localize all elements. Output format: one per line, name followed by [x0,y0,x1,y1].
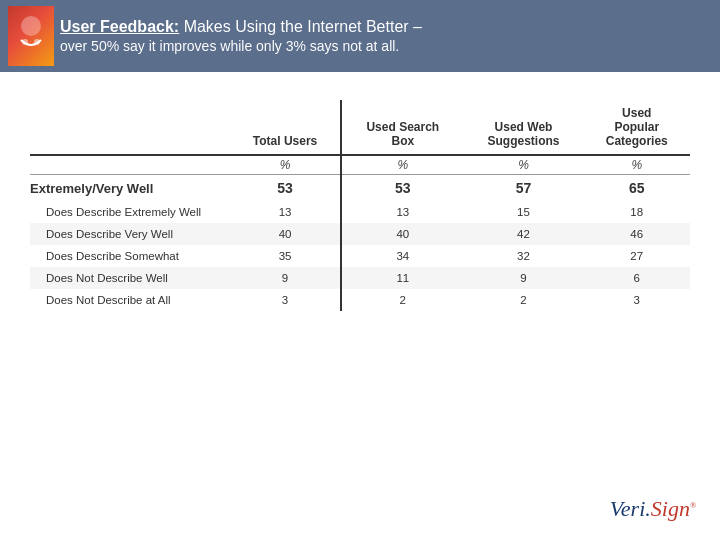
row-label-5: Does Not Describe at All [30,289,230,311]
row-label-0: Extremely/Very Well [30,175,230,202]
col-header-search-box: Used SearchBox [341,100,463,155]
percent-label-row: % % % % [30,155,690,175]
verisign-registered: ® [690,501,696,510]
table-row: Does Describe Very Well40404246 [30,223,690,245]
cell-r0-c3: 65 [584,175,690,202]
cell-r1-c2: 15 [463,201,583,223]
cell-r4-c0: 9 [230,267,341,289]
cell-r5-c2: 2 [463,289,583,311]
table-header-row: Total Users Used SearchBox Used WebSugge… [30,100,690,155]
percent-label-search: % [341,155,463,175]
row-label-2: Does Describe Very Well [30,223,230,245]
cell-r3-c3: 27 [584,245,690,267]
verisign-sign: Sign [651,496,690,521]
cell-r0-c0: 53 [230,175,341,202]
header-subtitle: over 50% say it improves while only 3% s… [60,37,422,55]
table-body: Extremely/Very Well53535765Does Describe… [30,175,690,312]
handshake-icon [13,12,49,60]
cell-r2-c2: 42 [463,223,583,245]
cell-r0-c1: 53 [341,175,463,202]
cell-r1-c1: 13 [341,201,463,223]
header-title-rest: Makes Using the Internet Better – [184,18,422,35]
cell-r4-c3: 6 [584,267,690,289]
header-bar: User Feedback: Makes Using the Internet … [0,0,720,72]
cell-r5-c0: 3 [230,289,341,311]
col-header-total-users: Total Users [230,100,341,155]
svg-point-2 [34,39,40,45]
cell-r3-c0: 35 [230,245,341,267]
percent-label-popular: % [584,155,690,175]
header-text: User Feedback: Makes Using the Internet … [60,17,422,56]
percent-label-left [30,155,230,175]
data-table: Total Users Used SearchBox Used WebSugge… [30,100,690,311]
col-header-popular-categories: UsedPopularCategories [584,100,690,155]
logo-area [8,6,54,66]
slide: User Feedback: Makes Using the Internet … [0,0,720,540]
cell-r2-c3: 46 [584,223,690,245]
row-label-3: Does Describe Somewhat [30,245,230,267]
cell-r4-c2: 9 [463,267,583,289]
col-header-label [30,100,230,155]
svg-point-0 [21,16,41,36]
svg-point-1 [22,39,28,45]
cell-r3-c2: 32 [463,245,583,267]
table-row: Extremely/Very Well53535765 [30,175,690,202]
percent-label-web: % [463,155,583,175]
table-row: Does Describe Extremely Well13131518 [30,201,690,223]
verisign-logo: Veri.Sign® [610,496,696,522]
percent-label-total: % [230,155,341,175]
cell-r4-c1: 11 [341,267,463,289]
cell-r2-c0: 40 [230,223,341,245]
verisign-veri: Veri. [610,496,651,521]
table-row: Does Not Describe Well91196 [30,267,690,289]
cell-r2-c1: 40 [341,223,463,245]
row-label-1: Does Describe Extremely Well [30,201,230,223]
table-row: Does Not Describe at All3223 [30,289,690,311]
header-title-bold: User Feedback: [60,18,179,35]
table-row: Does Describe Somewhat35343227 [30,245,690,267]
cell-r3-c1: 34 [341,245,463,267]
cell-r5-c1: 2 [341,289,463,311]
cell-r1-c3: 18 [584,201,690,223]
cell-r1-c0: 13 [230,201,341,223]
cell-r0-c2: 57 [463,175,583,202]
col-header-web-suggestions: Used WebSuggestions [463,100,583,155]
main-content: Total Users Used SearchBox Used WebSugge… [0,72,720,331]
cell-r5-c3: 3 [584,289,690,311]
row-label-4: Does Not Describe Well [30,267,230,289]
